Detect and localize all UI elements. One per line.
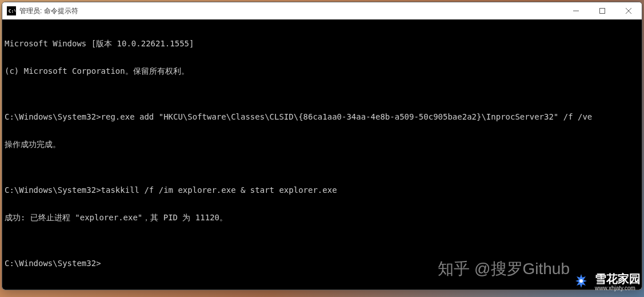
minimize-button[interactable] xyxy=(563,2,589,19)
window-controls xyxy=(563,2,642,19)
cursor-icon xyxy=(101,260,106,268)
titlebar[interactable]: C:\ 管理员: 命令提示符 xyxy=(2,2,642,19)
terminal-line: 成功: 已终止进程 "explorer.exe"，其 PID 为 11120。 xyxy=(5,213,639,222)
close-button[interactable] xyxy=(615,2,642,19)
cmd-icon: C:\ xyxy=(7,6,16,15)
terminal-prompt: C:\Windows\System32> xyxy=(5,259,639,268)
svg-text:C:\: C:\ xyxy=(9,9,15,14)
terminal-output[interactable]: Microsoft Windows [版本 10.0.22621.1555] (… xyxy=(2,19,642,290)
terminal-line: C:\Windows\System32>taskkill /f /im expl… xyxy=(5,185,639,195)
terminal-line: Microsoft Windows [版本 10.0.22621.1555] xyxy=(5,39,639,48)
svg-rect-3 xyxy=(600,9,605,14)
terminal-line: C:\Windows\System32>reg.exe add "HKCU\So… xyxy=(5,112,639,121)
cmd-window: C:\ 管理员: 命令提示符 Microsoft Windows [版本 10.… xyxy=(2,2,642,290)
terminal-line: (c) Microsoft Corporation。保留所有权利。 xyxy=(5,66,639,76)
maximize-button[interactable] xyxy=(589,2,615,19)
terminal-line: 操作成功完成。 xyxy=(5,140,639,149)
window-title: 管理员: 命令提示符 xyxy=(19,6,563,16)
